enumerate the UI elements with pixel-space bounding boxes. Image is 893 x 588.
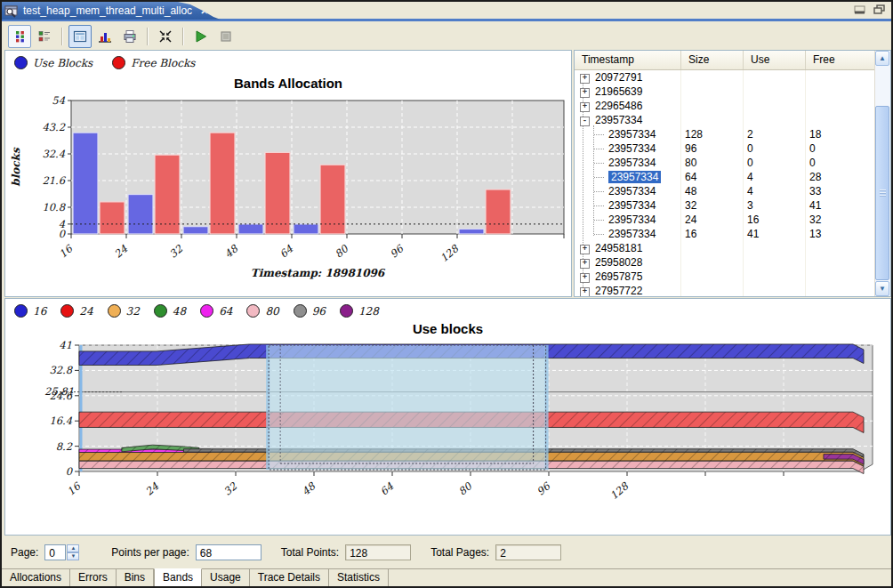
timestamp-cell[interactable]: 26957875: [595, 270, 642, 283]
use-blocks-chart[interactable]: 08.216.424.632.84125.8116243248648096128: [6, 338, 889, 536]
table-row[interactable]: 2395733464428: [575, 170, 875, 184]
timestamp-cell[interactable]: 23957334: [608, 199, 656, 212]
timestamp-cell[interactable]: 23957334: [608, 171, 661, 183]
table-row[interactable]: +27957722: [575, 284, 875, 296]
timestamp-cell[interactable]: 23957334: [608, 213, 656, 226]
list-columns-button[interactable]: [33, 25, 56, 48]
editor-tab[interactable]: test_heap_mem_thread_multi_alloc ✕: [2, 2, 221, 20]
table-row[interactable]: -23957334: [575, 113, 875, 127]
timestamp-cell[interactable]: 24958181: [595, 242, 642, 254]
legend-item: 80: [246, 304, 278, 318]
table-row[interactable]: 239573349600: [575, 141, 875, 156]
size-cell: 48: [681, 184, 744, 198]
view-tab-trace-details[interactable]: Trace Details: [250, 569, 329, 587]
table-row[interactable]: 2395733432341: [575, 198, 875, 213]
legend-dot-icon: [108, 304, 121, 318]
column-header-use[interactable]: Use: [744, 51, 806, 69]
timestamp-cell[interactable]: 20972791: [595, 71, 642, 84]
table-row[interactable]: 23957334128218: [575, 127, 875, 141]
svg-text:8.2: 8.2: [56, 440, 73, 453]
svg-text:41: 41: [59, 339, 72, 351]
table-row[interactable]: 239573348000: [575, 156, 875, 170]
total-pages-label: Total Pages:: [430, 546, 489, 559]
svg-text:Timestamp: 18981096: Timestamp: 18981096: [251, 267, 386, 279]
view-tab-errors[interactable]: Errors: [70, 569, 117, 587]
tree-expand-icon[interactable]: +: [580, 287, 590, 296]
spin-up-icon[interactable]: ▲: [67, 544, 79, 552]
table-scrollbar[interactable]: ▲ ▼: [874, 51, 890, 296]
print-button[interactable]: [118, 25, 141, 48]
tree-expand-icon[interactable]: +: [580, 259, 590, 269]
table-row[interactable]: 2395733448433: [575, 184, 875, 198]
table-row[interactable]: +22965486: [575, 99, 875, 113]
use-cell: 4: [744, 170, 806, 184]
window-layout-button[interactable]: [68, 25, 92, 48]
svg-text:16.4: 16.4: [49, 415, 72, 427]
toolbar: [2, 21, 891, 52]
timestamp-cell[interactable]: 22965486: [595, 100, 642, 112]
points-per-page-input[interactable]: 68: [196, 544, 261, 560]
tree-expand-icon[interactable]: +: [580, 88, 590, 98]
legend-dot-icon: [60, 304, 74, 318]
use-cell: 4: [744, 184, 806, 198]
legend-dot-icon: [14, 56, 28, 69]
tree-expand-icon[interactable]: +: [580, 102, 590, 112]
stop-button[interactable]: [214, 25, 237, 48]
svg-text:0: 0: [66, 465, 74, 478]
toolbar-separator: [61, 28, 63, 45]
spin-down-icon[interactable]: ▼: [67, 552, 79, 560]
timestamp-cell[interactable]: 23957334: [608, 228, 656, 240]
table-row[interactable]: +20972791: [575, 70, 875, 85]
scroll-down-icon[interactable]: ▼: [875, 281, 889, 296]
svg-text:48: 48: [222, 241, 241, 260]
restore-icon[interactable]: [873, 4, 886, 15]
timestamp-cell[interactable]: 23957334: [595, 114, 642, 126]
bands-allocation-chart[interactable]: 0410.821.632.443.25416243248648096128blo…: [7, 93, 569, 296]
view-tab-statistics[interactable]: Statistics: [329, 569, 389, 587]
page-spinner[interactable]: 0: [44, 544, 66, 560]
view-tab-bins[interactable]: Bins: [117, 569, 154, 587]
svg-text:10.8: 10.8: [42, 201, 66, 213]
free-cell: [806, 85, 875, 99]
scrollbar-thumb[interactable]: [875, 106, 889, 280]
free-cell: [806, 113, 875, 127]
tree-expand-icon[interactable]: +: [580, 74, 590, 84]
minimize-icon[interactable]: [854, 4, 866, 15]
timestamp-cell[interactable]: 23957334: [608, 142, 656, 155]
run-button[interactable]: [189, 25, 213, 48]
close-icon[interactable]: ✕: [200, 5, 208, 17]
timestamp-cell[interactable]: 23957334: [608, 128, 656, 141]
tree-expand-icon[interactable]: +: [580, 245, 590, 254]
timestamp-cell[interactable]: 23957334: [608, 157, 656, 169]
timestamp-cell[interactable]: 23957334: [608, 185, 656, 197]
table-row[interactable]: +26957875: [575, 270, 875, 284]
grid-dots-button[interactable]: [8, 25, 31, 48]
table-row[interactable]: +24958181: [575, 241, 875, 255]
table-row[interactable]: 23957334241632: [575, 213, 875, 227]
use-cell: [744, 270, 806, 284]
tree-collapse-icon[interactable]: -: [580, 117, 590, 126]
timestamp-cell[interactable]: 21965639: [595, 85, 642, 98]
view-tab-allocations[interactable]: Allocations: [2, 569, 70, 587]
timestamp-cell[interactable]: 25958028: [595, 256, 642, 269]
legend-label: 16: [33, 305, 46, 318]
table-row[interactable]: +25958028: [575, 255, 875, 270]
free-cell: [806, 99, 875, 113]
column-header-free[interactable]: Free: [806, 51, 875, 69]
column-header-timestamp[interactable]: Timestamp: [575, 51, 681, 69]
bar-chart-button[interactable]: [93, 25, 117, 48]
table-row[interactable]: +21965639: [575, 85, 875, 99]
collapse-button[interactable]: [154, 25, 177, 48]
table-row[interactable]: 23957334164113: [575, 227, 875, 241]
legend-dot-icon: [154, 304, 167, 318]
scroll-up-icon[interactable]: ▲: [875, 51, 889, 66]
svg-text:54: 54: [52, 94, 65, 107]
svg-text:32: 32: [167, 242, 186, 261]
tree-expand-icon[interactable]: +: [580, 273, 590, 283]
view-tab-bands[interactable]: Bands: [154, 568, 202, 586]
view-tab-usage[interactable]: Usage: [202, 569, 250, 587]
legend-label: 24: [79, 305, 93, 318]
svg-text:43.2: 43.2: [42, 121, 65, 133]
column-header-size[interactable]: Size: [681, 51, 744, 69]
timestamp-cell[interactable]: 27957722: [595, 285, 642, 296]
